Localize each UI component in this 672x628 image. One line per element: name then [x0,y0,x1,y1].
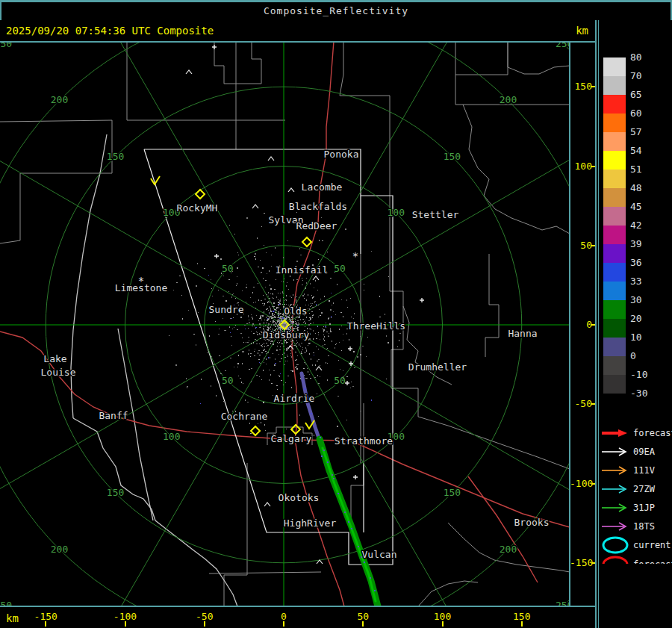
clutter-speck [316,338,317,339]
colorbar-value-label: 42 [630,220,660,231]
clutter-speck [279,313,280,314]
clutter-speck [330,328,331,329]
colorbar-swatch [603,356,626,375]
clutter-speck [315,364,316,366]
clutter-speck [311,329,311,330]
bottom-axis-tick-mark [45,621,46,627]
clutter-speck [277,321,279,322]
clutter-speck [255,339,256,340]
clutter-speck [266,364,267,364]
clutter-speck [268,301,269,302]
clutter-speck [277,317,278,318]
clutter-speck [273,322,273,323]
bottom-axis-tick-label: -150 [29,611,62,622]
forecast-arrowhead-icon [618,429,627,437]
clutter-speck [259,376,260,377]
clutter-speck [343,370,343,371]
county-boundary [214,42,261,84]
clutter-speck [281,318,282,319]
clutter-speck [330,331,332,332]
radar-map-canvas[interactable]: 5050505010010010010015015015015020020020… [0,41,570,606]
clutter-speck [249,322,250,323]
clutter-speck [259,333,260,335]
clutter-speck [262,267,264,269]
colorbar-value-label: 70 [630,70,660,82]
clutter-speck [275,316,276,317]
clutter-speck [330,278,332,279]
clutter-speck [230,358,231,358]
clutter-speck [244,325,246,326]
clutter-speck [298,323,299,323]
clutter-speck [253,302,254,303]
clutter-speck [305,347,306,349]
clutter-speck [281,380,282,381]
clutter-speck [317,290,318,290]
town-plus-marker [214,254,219,258]
storm-speck [370,577,371,579]
clutter-speck [260,315,261,317]
clutter-speck [267,326,267,326]
legend-arrow-item: 18TS [602,521,655,532]
county-boundary [485,254,499,357]
clutter-speck [379,317,381,317]
clutter-speck [299,344,299,346]
clutter-speck [281,324,283,325]
colorbar-swatch [603,95,626,114]
clutter-speck [280,309,281,310]
clutter-speck [264,358,265,358]
clutter-speck [308,324,310,326]
clutter-speck [258,423,258,424]
clutter-speck [305,378,307,379]
colorbar-swatch [603,338,626,356]
clutter-speck [224,330,225,331]
clutter-speck [297,327,299,328]
clutter-speck [284,342,285,343]
colorbar-swatch [603,226,626,244]
clutter-speck [293,317,293,318]
clutter-speck [279,343,279,343]
clutter-speck [176,282,178,283]
clutter-speck [275,358,276,360]
clutter-speck [337,284,337,285]
clutter-speck [256,315,257,316]
clutter-speck [261,422,261,423]
clutter-speck [281,327,281,329]
range-ring-label: 200 [500,544,517,555]
clutter-speck [287,317,288,318]
clutter-speck [276,323,276,324]
clutter-speck [318,383,320,384]
storm-speck [304,388,305,390]
clutter-speck [346,376,348,377]
storm-track-legend: forecast09EA111V27ZW31JP18TScurrentforec… [596,403,672,564]
clutter-speck [289,327,290,328]
clutter-speck [267,323,267,323]
radar-map-area[interactable]: 5050505010010010010015015015015020020020… [0,41,570,606]
colorbar-value-label: -30 [630,388,660,400]
clutter-speck [293,321,294,323]
bottom-axis-tick-mark [362,621,364,627]
clutter-speck [268,357,269,358]
clutter-speck [343,340,343,341]
town-caret-marker [186,70,192,74]
range-ring-label: 150 [107,151,124,162]
clutter-speck [305,323,305,323]
clutter-speck [261,345,262,346]
bottom-distance-axis: km -150-100-50050100150 [0,606,596,628]
clutter-speck [312,307,314,308]
clutter-speck [276,310,277,311]
city-label: Louise [41,367,76,378]
clutter-speck [301,352,302,354]
clutter-speck [326,323,326,323]
clutter-speck [252,326,253,326]
clutter-speck [276,322,276,323]
clutter-speck [232,329,233,329]
clutter-speck [304,321,305,322]
right-axis-tick-label: 0 [570,319,592,330]
clutter-speck [255,328,256,329]
clutter-speck [366,356,367,357]
clutter-speck [287,240,288,241]
bottom-axis-tick-label: -100 [109,611,142,622]
clutter-speck [265,351,267,352]
clutter-speck [305,323,306,324]
clutter-speck [277,346,278,346]
